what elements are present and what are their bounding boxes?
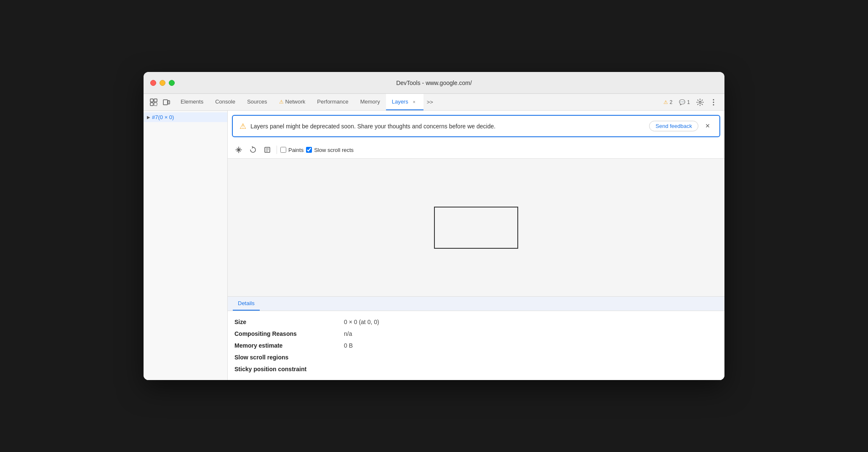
svg-rect-1 [150,103,153,106]
close-button[interactable] [150,80,156,86]
layer-rectangle [434,207,518,249]
tab-layers[interactable]: Layers × [386,94,423,110]
slow-scroll-checkbox[interactable] [306,147,312,153]
paints-checkbox[interactable] [280,147,286,153]
main-content: ▶ #7(0 × 0) ⚠ Layers panel might be depr… [144,111,724,380]
tab-bar: Elements Console Sources ⚠ Network Perfo… [144,94,724,111]
messages-info-icon: 💬 [679,99,685,105]
minimize-button[interactable] [160,80,165,86]
svg-point-9 [713,104,714,105]
slow-scroll-checkbox-label[interactable]: Slow scroll rects [306,147,354,153]
reset-transform-icon[interactable] [261,144,273,156]
tabbar-icons [145,96,175,108]
warnings-warning-icon: ⚠ [663,99,668,105]
sidebar-arrow-icon: ▶ [147,115,150,120]
banner-text: Layers panel might be deprecated soon. S… [250,123,645,130]
details-row-memory: Memory estimate 0 B [234,340,718,351]
window-title: DevTools - www.google.com/ [396,80,472,86]
details-section: Details Size 0 × 0 (at 0, 0) Compositing… [228,296,724,380]
layers-panel: ⚠ Layers panel might be deprecated soon.… [228,111,724,380]
rotate-icon[interactable] [247,144,259,156]
details-table: Size 0 × 0 (at 0, 0) Compositing Reasons… [228,311,724,380]
tab-details[interactable]: Details [233,297,260,311]
tabbar-right: ⚠ 2 💬 1 [661,96,723,108]
canvas-area [228,159,724,296]
banner-warning-icon: ⚠ [240,122,246,131]
send-feedback-button[interactable]: Send feedback [649,121,698,131]
svg-rect-4 [163,100,168,105]
banner-close-button[interactable]: × [703,121,713,131]
device-toolbar-icon[interactable] [160,96,172,108]
details-row-slow-scroll: Slow scroll regions [234,351,718,363]
pan-tool-icon[interactable] [233,144,245,156]
svg-point-7 [713,99,714,100]
details-row-sticky: Sticky position constraint [234,363,718,375]
tab-layers-close[interactable]: × [411,98,418,105]
traffic-lights [150,80,175,86]
details-row-compositing: Compositing Reasons n/a [234,328,718,340]
tab-performance[interactable]: Performance [311,94,354,110]
tab-console[interactable]: Console [209,94,241,110]
warnings-badge[interactable]: ⚠ 2 [661,98,675,106]
svg-rect-5 [168,101,170,104]
svg-point-6 [699,101,701,103]
toolbar-separator [277,146,277,154]
sidebar-item-layer[interactable]: ▶ #7(0 × 0) [144,112,227,122]
messages-badge[interactable]: 💬 1 [676,98,692,106]
details-row-size: Size 0 × 0 (at 0, 0) [234,316,718,328]
tab-elements[interactable]: Elements [175,94,209,110]
tab-memory[interactable]: Memory [354,94,386,110]
tab-overflow[interactable]: >> [423,94,437,110]
titlebar: DevTools - www.google.com/ [144,72,724,94]
network-warning-icon: ⚠ [279,99,284,105]
maximize-button[interactable] [169,80,175,86]
layer-toolbar: Paints Slow scroll rects [228,141,724,159]
settings-icon[interactable] [694,96,706,108]
paints-checkbox-label[interactable]: Paints [280,147,304,153]
svg-rect-2 [154,99,157,102]
tab-sources[interactable]: Sources [241,94,273,110]
svg-rect-3 [154,103,157,106]
inspect-icon[interactable] [148,96,160,108]
devtools-window: DevTools - www.google.com/ [144,72,724,380]
svg-rect-0 [150,99,153,102]
sidebar: ▶ #7(0 × 0) [144,111,228,380]
deprecation-banner: ⚠ Layers panel might be deprecated soon.… [232,115,720,137]
svg-point-8 [713,101,714,103]
more-options-icon[interactable] [708,96,719,108]
details-tabs: Details [228,297,724,311]
devtools-panel: Elements Console Sources ⚠ Network Perfo… [144,94,724,380]
tab-network[interactable]: ⚠ Network [273,94,312,110]
